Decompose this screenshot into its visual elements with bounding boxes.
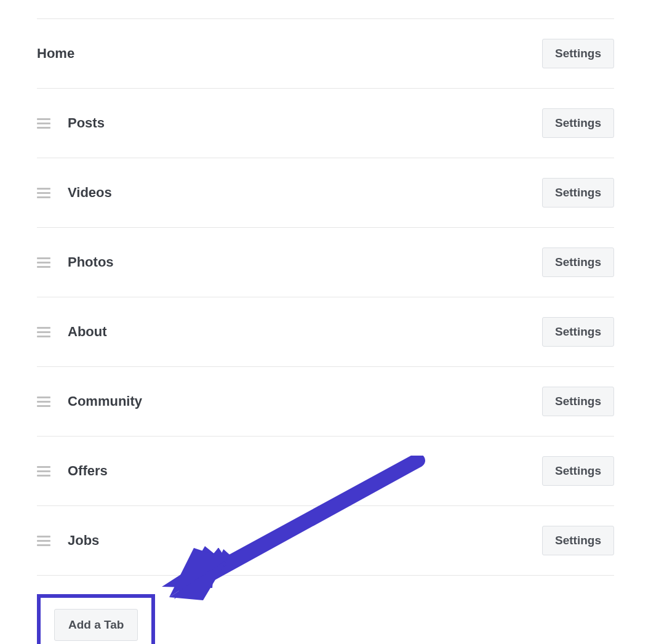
tab-row-left: Posts bbox=[37, 115, 105, 131]
tab-label: Home bbox=[37, 46, 74, 62]
tab-row-home: Home Settings bbox=[37, 18, 614, 89]
drag-handle-icon[interactable] bbox=[37, 257, 50, 268]
tab-row-community: Community Settings bbox=[37, 367, 614, 437]
settings-button[interactable]: Settings bbox=[542, 39, 614, 68]
drag-handle-icon[interactable] bbox=[37, 396, 50, 407]
tab-label: Community bbox=[68, 393, 142, 409]
tab-row-videos: Videos Settings bbox=[37, 158, 614, 228]
tab-row-left: Videos bbox=[37, 185, 112, 201]
tab-row-photos: Photos Settings bbox=[37, 228, 614, 297]
tab-row-posts: Posts Settings bbox=[37, 89, 614, 158]
tab-row-left: Community bbox=[37, 393, 142, 409]
tab-label: Videos bbox=[68, 185, 112, 201]
settings-button[interactable]: Settings bbox=[542, 317, 614, 347]
settings-button[interactable]: Settings bbox=[542, 387, 614, 416]
settings-button[interactable]: Settings bbox=[542, 178, 614, 207]
tab-label: Posts bbox=[68, 115, 105, 131]
tab-label: Offers bbox=[68, 463, 108, 479]
drag-handle-icon[interactable] bbox=[37, 327, 50, 337]
tab-row-left: Home bbox=[37, 46, 74, 62]
drag-handle-icon[interactable] bbox=[37, 188, 50, 198]
drag-handle-icon[interactable] bbox=[37, 118, 50, 129]
annotation-highlight-box: Add a Tab bbox=[37, 594, 155, 644]
tab-label: Photos bbox=[68, 254, 114, 270]
tab-row-jobs: Jobs Settings bbox=[37, 506, 614, 576]
add-tab-button[interactable]: Add a Tab bbox=[54, 609, 138, 641]
add-tab-section: Add a Tab bbox=[37, 594, 614, 644]
tab-label: About bbox=[68, 324, 107, 340]
tab-row-left: Offers bbox=[37, 463, 108, 479]
tab-row-offers: Offers Settings bbox=[37, 437, 614, 506]
drag-handle-icon[interactable] bbox=[37, 466, 50, 477]
settings-button[interactable]: Settings bbox=[542, 248, 614, 277]
tab-row-left: About bbox=[37, 324, 107, 340]
tab-row-about: About Settings bbox=[37, 297, 614, 367]
tab-row-left: Jobs bbox=[37, 533, 99, 549]
settings-button[interactable]: Settings bbox=[542, 108, 614, 138]
tabs-list: Home Settings Posts Settings Videos Sett… bbox=[0, 18, 651, 644]
tab-row-left: Photos bbox=[37, 254, 114, 270]
settings-button[interactable]: Settings bbox=[542, 526, 614, 555]
settings-button[interactable]: Settings bbox=[542, 456, 614, 486]
tab-label: Jobs bbox=[68, 533, 99, 549]
drag-handle-icon[interactable] bbox=[37, 536, 50, 546]
